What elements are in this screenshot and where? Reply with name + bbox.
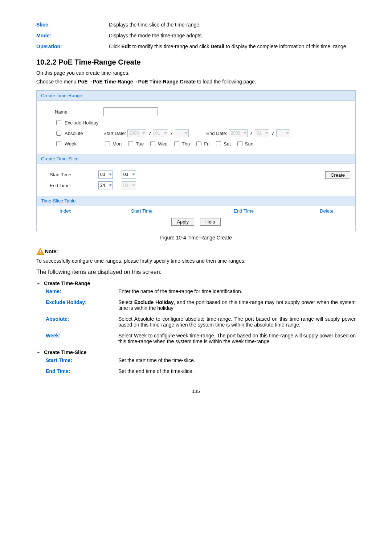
- def-label: Mode:: [36, 33, 109, 38]
- day-mon: Mon: [103, 140, 122, 147]
- end-min-select[interactable]: 00: [122, 181, 136, 189]
- arrow-icon: ➢: [36, 281, 40, 286]
- def-label: Slice:: [36, 22, 109, 28]
- sun-checkbox[interactable]: [237, 141, 242, 146]
- def-week: Week: Select Week to configure week time…: [46, 333, 356, 344]
- section-heading: 10.2.2 PoE Time-Range Create: [36, 58, 356, 66]
- text-part: to load the following page.: [196, 79, 256, 85]
- section-create-slice-title: ➢ Create Time-Slice: [36, 349, 356, 355]
- absolute-row: Absolute Start Date: 2000 / 01 / End Dat…: [43, 129, 349, 137]
- end-time-row: End Time: 24 : 00: [43, 181, 349, 189]
- def-label: Start Time:: [46, 357, 118, 363]
- hdr-index: Index: [37, 208, 94, 214]
- def-value: Select Exclude Holiday, and the port bas…: [118, 299, 356, 311]
- warning-icon: [36, 248, 44, 255]
- text-part: to modify this time-range and click: [131, 44, 211, 49]
- colon: :: [117, 183, 118, 188]
- table-header-row: Index Start Time End Time Delete: [37, 206, 355, 216]
- apply-button[interactable]: Apply: [171, 218, 194, 226]
- day-fri: Fri: [195, 140, 209, 147]
- exclude-holiday-checkbox-label: Exclude Holiday: [55, 119, 102, 126]
- text-part: Choose the menu: [36, 79, 78, 85]
- tue-checkbox[interactable]: [128, 141, 133, 146]
- def-value: Set the start time of the time-slice.: [118, 357, 356, 363]
- week-text: Week: [65, 141, 77, 147]
- slash: /: [171, 131, 172, 136]
- panel-header-create-range: Create Time-Range: [37, 91, 355, 101]
- button-row: Apply Help: [37, 216, 355, 231]
- def-exclude: Exclude Holiday: Select Exclude Holiday,…: [46, 299, 356, 311]
- exclude-row: Exclude Holiday: [43, 119, 349, 126]
- hdr-end: End Time: [189, 208, 298, 214]
- sat-checkbox[interactable]: [216, 141, 221, 146]
- def-start-time: Start Time: Set the start time of the ti…: [46, 357, 356, 363]
- weekdays: Mon Tue Wed Thu Fri Sat Sun: [103, 140, 253, 147]
- bold-part: Exclude Holiday: [134, 299, 174, 305]
- section-create-range-title: ➢ Create Time-Range: [36, 280, 356, 286]
- panel-body-create-range: Name: Exclude Holiday Absolute Start Dat…: [37, 101, 355, 154]
- create-button[interactable]: Create: [325, 171, 350, 179]
- thu-checkbox[interactable]: [174, 141, 179, 146]
- end-date-label: End Date:: [206, 131, 227, 136]
- hdr-start: Start Time: [94, 208, 189, 214]
- slash: /: [272, 131, 274, 136]
- slash: /: [149, 131, 151, 136]
- help-button[interactable]: Help: [200, 218, 221, 226]
- def-value: Enter the name of the time-range for tim…: [118, 288, 356, 294]
- section-title: Create Time-Slice: [44, 349, 86, 355]
- start-day-select[interactable]: [175, 129, 189, 137]
- def-value: Displays the mode the time-range adopts.: [109, 33, 356, 38]
- start-month-select[interactable]: 01: [154, 129, 168, 137]
- section-title: Create Time-Range: [44, 280, 90, 286]
- section1-defs: Name: Enter the name of the time-range f…: [36, 288, 356, 344]
- name-input[interactable]: [103, 107, 158, 116]
- svg-rect-1: [40, 250, 41, 252]
- bold-path: PoE→PoE Time-Range→PoE Time-Range Create: [78, 79, 196, 85]
- def-label: Operation:: [36, 44, 109, 49]
- slash: /: [250, 131, 252, 136]
- start-min-select[interactable]: 00: [122, 171, 136, 178]
- text-part: Select: [118, 299, 134, 305]
- def-end-time: End Time: Set the end time of the time-s…: [46, 368, 356, 374]
- def-mode: Mode: Displays the mode the time-range a…: [36, 33, 356, 38]
- day-thu: Thu: [173, 140, 190, 147]
- absolute-checkbox-label: Absolute: [55, 130, 102, 137]
- note-header: Note:: [36, 248, 356, 255]
- absolute-checkbox[interactable]: [56, 131, 61, 136]
- end-day-select[interactable]: [276, 129, 290, 137]
- def-label: Absolute:: [46, 316, 118, 328]
- top-definitions: Slice: Displays the time-slice of the ti…: [36, 22, 356, 49]
- start-hour-select[interactable]: 00: [98, 171, 113, 178]
- fri-checkbox[interactable]: [196, 141, 201, 146]
- def-slice: Slice: Displays the time-slice of the ti…: [36, 22, 356, 28]
- def-value: Displays the time-slice of the time-rang…: [109, 22, 356, 28]
- week-checkbox[interactable]: [56, 141, 61, 146]
- panel-header-create-slice: Create Time-Slice: [37, 154, 355, 164]
- day-tue: Tue: [127, 140, 144, 147]
- end-month-select[interactable]: 01: [255, 129, 269, 137]
- def-label: End Time:: [46, 368, 118, 374]
- day-sun: Sun: [236, 140, 253, 147]
- exclude-holiday-checkbox[interactable]: [56, 120, 61, 125]
- def-value: Select Absolute to configure absolute ti…: [118, 316, 356, 328]
- def-value: Set the end time of the time-slice.: [118, 368, 356, 374]
- displayed-header: The following items are displayed on thi…: [36, 269, 356, 275]
- end-year-select[interactable]: 2000: [229, 129, 248, 137]
- day-wed: Wed: [149, 140, 168, 147]
- def-label: Exclude Holiday:: [46, 299, 118, 311]
- figure-caption: Figure 10-4 Time-Range Create: [36, 235, 356, 241]
- name-label: Name:: [55, 109, 102, 115]
- def-value: Select Week to configure week time-range…: [118, 333, 356, 344]
- absolute-text: Absolute: [65, 131, 83, 136]
- menu-path: Choose the menu PoE→PoE Time-Range→PoE T…: [36, 79, 356, 85]
- wed-checkbox[interactable]: [150, 141, 155, 146]
- end-time-label: End Time:: [50, 183, 97, 188]
- def-label: Week:: [46, 333, 118, 344]
- text-part: Click: [109, 44, 121, 49]
- def-value: Click Edit to modify this time-range and…: [109, 44, 356, 49]
- end-hour-select[interactable]: 24: [98, 181, 113, 189]
- mon-checkbox[interactable]: [105, 141, 110, 146]
- start-year-select[interactable]: 2000: [127, 129, 146, 137]
- start-time-label: Start Time:: [50, 172, 97, 177]
- panel-header-slice-table: Time-Slice Table: [37, 196, 355, 206]
